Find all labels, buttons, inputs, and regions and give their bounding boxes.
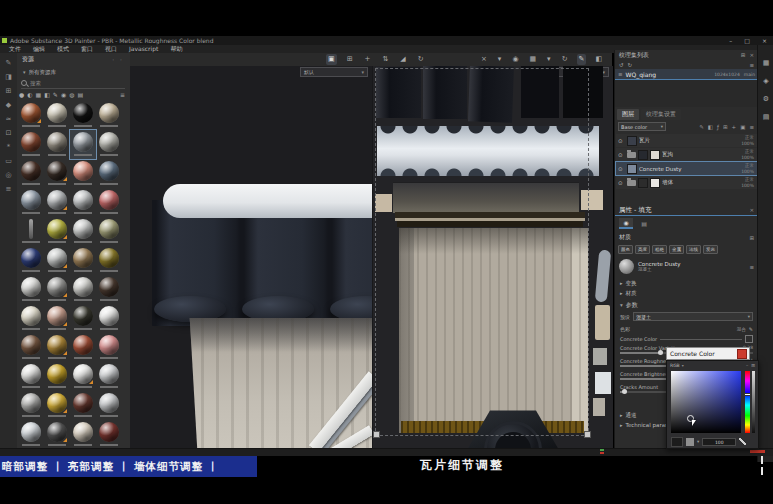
material-swatch[interactable] <box>70 130 96 159</box>
material-swatch[interactable] <box>96 101 122 130</box>
menu-item-0[interactable]: 文件 <box>3 45 27 53</box>
material-swatch[interactable] <box>18 188 44 217</box>
material-swatch[interactable] <box>96 275 122 304</box>
menu-item-1[interactable]: 编辑 <box>27 45 51 53</box>
material-swatch[interactable] <box>44 420 70 448</box>
material-swatch[interactable] <box>18 217 44 246</box>
projection-mode-icon[interactable]: ⊞ <box>345 54 355 65</box>
material-swatch[interactable] <box>96 217 122 246</box>
filter-smart-masks-icon[interactable]: ▦ <box>36 91 42 98</box>
filter-alphas-icon[interactable]: ◉ <box>61 91 66 98</box>
search-input[interactable]: 搜索 <box>21 78 125 89</box>
add-view-icon[interactable]: + <box>363 54 373 65</box>
selection-handle[interactable] <box>373 431 380 438</box>
saturation-value-square[interactable] <box>671 371 741 433</box>
slider-handle[interactable] <box>622 389 627 394</box>
material-swatch[interactable] <box>44 246 70 275</box>
material-swatch[interactable] <box>70 304 96 333</box>
viewport-3d[interactable]: 默认 ▾ <box>130 66 372 448</box>
filter-environments-icon[interactable]: ▤ <box>77 91 83 98</box>
selection-handle[interactable] <box>584 431 591 438</box>
layer-row[interactable]: ⊙墙体正常100% <box>616 176 757 189</box>
material-swatch[interactable] <box>96 159 122 188</box>
material-menu-icon[interactable]: ≡ <box>749 264 754 270</box>
section-0[interactable]: ▸变换 <box>615 278 758 288</box>
dock-icon[interactable]: ⊞ <box>741 52 746 58</box>
channel-chip-3[interactable]: 金属 <box>669 245 684 254</box>
brightness-slider[interactable] <box>752 371 755 433</box>
expand-icon[interactable]: ⊞ <box>749 235 754 241</box>
material-swatch[interactable] <box>70 391 96 420</box>
layer-row[interactable]: ⊙瓦沟正常100% <box>616 148 757 161</box>
material-swatch[interactable] <box>44 275 70 304</box>
library-dropdown[interactable]: ▾ 所有资源库 <box>17 67 130 77</box>
preset-dropdown[interactable]: 混凝土 ▾ <box>633 312 753 321</box>
material-swatch[interactable] <box>18 391 44 420</box>
material-swatch[interactable] <box>44 333 70 362</box>
menu-item-2[interactable]: 模式 <box>51 45 75 53</box>
maximize-button[interactable]: □ <box>744 36 750 45</box>
add-effect-icon[interactable]: ƒ <box>717 124 719 130</box>
menu-item-5[interactable]: Javascript <box>123 45 164 53</box>
display-settings-icon[interactable]: ▦ <box>763 59 770 67</box>
material-swatch[interactable] <box>70 159 96 188</box>
grid-icon[interactable]: ⊞ <box>751 363 755 368</box>
grid-display-icon[interactable]: ▦ <box>527 54 538 65</box>
camera-dropdown[interactable]: 默认 ▾ <box>300 67 368 77</box>
history-icon[interactable]: ▤ <box>763 113 770 121</box>
material-slot[interactable]: Concrete Dusty 混凝土 ≡ <box>615 257 758 276</box>
filter-textures-icon[interactable]: ◍ <box>69 91 74 98</box>
filter-smart-materials-icon[interactable]: ◐ <box>27 91 32 98</box>
material-swatch[interactable] <box>96 188 122 217</box>
mask-display-icon[interactable]: ◧ <box>593 54 604 65</box>
material-swatch[interactable] <box>70 101 96 130</box>
shape-tool-icon[interactable]: ▭ <box>5 157 12 165</box>
add-layer-icon[interactable]: + <box>732 124 737 130</box>
polygon-fill-tool-icon[interactable]: ◆ <box>6 101 11 109</box>
layers-menu-icon[interactable]: ≡ <box>749 124 754 130</box>
swap-views-icon[interactable]: ⇅ <box>380 54 390 65</box>
filter-brushes-icon[interactable]: ✎ <box>53 91 58 98</box>
visibility-eye-icon[interactable]: ⊙ <box>618 180 625 186</box>
list-view-icon[interactable]: ≡ <box>120 91 128 98</box>
material-swatch[interactable] <box>96 130 122 159</box>
texture-set-item[interactable]: ≡ WQ_qiang 1024x1024 main <box>615 69 758 80</box>
layer-row[interactable]: ⊙Concrete Dusty正常100% <box>616 162 757 175</box>
clear-selection-icon[interactable]: × <box>479 54 489 65</box>
viewport-2d[interactable]: 默认 ▾ <box>372 66 613 448</box>
perspective-icon[interactable]: ◢ <box>398 54 407 65</box>
tab-material-properties[interactable]: ◉ <box>619 218 633 229</box>
particles-tool-icon[interactable]: * <box>7 143 11 151</box>
visibility-eye-icon[interactable]: ⊙ <box>618 166 625 172</box>
material-swatch[interactable] <box>70 275 96 304</box>
material-swatch[interactable] <box>96 333 122 362</box>
panel-options-icon[interactable]: · · <box>112 56 130 63</box>
symmetry-icon[interactable]: ◉ <box>510 54 520 65</box>
pencil-icon[interactable]: ✎ <box>749 326 753 332</box>
color-swatch[interactable] <box>745 335 753 343</box>
undo-icon[interactable]: ↺ <box>619 62 624 68</box>
material-swatch[interactable] <box>70 333 96 362</box>
visibility-eye-icon[interactable]: ⊙ <box>618 138 625 144</box>
minimize-button[interactable]: – <box>729 36 732 45</box>
channel-chip-2[interactable]: 粗糙 <box>652 245 667 254</box>
material-picker-tool-icon[interactable]: ◎ <box>5 171 11 179</box>
hue-slider[interactable] <box>745 371 750 433</box>
material-swatch[interactable] <box>44 188 70 217</box>
eraser-tool-icon[interactable]: ◨ <box>5 73 12 81</box>
smudge-tool-icon[interactable]: ≈ <box>6 115 12 123</box>
material-swatch[interactable] <box>18 362 44 391</box>
material-swatch[interactable] <box>96 362 122 391</box>
section-1[interactable]: ▸材质 <box>615 288 758 298</box>
material-swatch[interactable] <box>44 159 70 188</box>
menu-item-3[interactable]: 窗口 <box>75 45 99 53</box>
material-swatch[interactable] <box>44 304 70 333</box>
viewport-split-icon[interactable]: ▣ <box>326 54 337 65</box>
dropdown-caret-icon[interactable]: ▾ <box>545 54 553 65</box>
add-mask-icon[interactable]: ◧ <box>708 124 713 130</box>
material-swatch[interactable] <box>18 304 44 333</box>
material-swatch[interactable] <box>18 420 44 448</box>
material-swatch[interactable] <box>18 101 44 130</box>
material-swatch[interactable] <box>44 362 70 391</box>
projection-tool-icon[interactable]: ⊞ <box>6 87 12 95</box>
